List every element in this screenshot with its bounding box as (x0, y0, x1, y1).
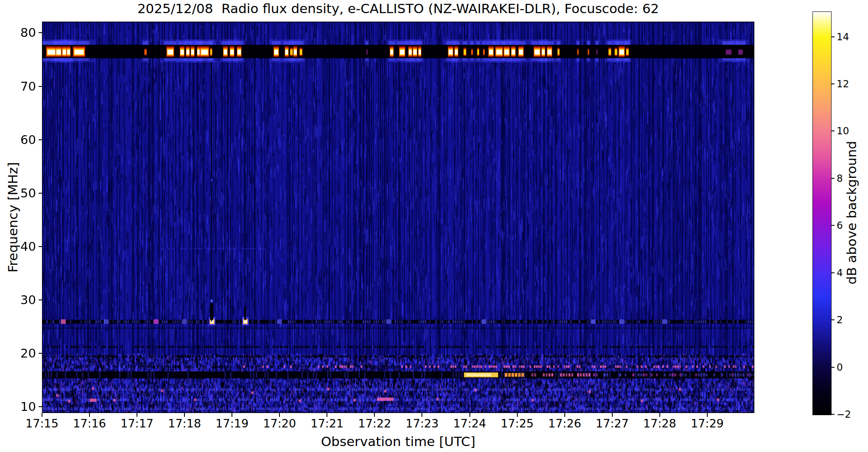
x-tick-mark (279, 413, 280, 417)
y-tick-mark (39, 32, 42, 33)
y-tick-label: 70 (6, 80, 36, 93)
colorbar-tick-label: 4 (837, 268, 862, 278)
x-tick-mark (421, 413, 422, 417)
y-tick-label: 30 (6, 294, 36, 306)
colorbar-tick-mark (832, 367, 835, 368)
colorbar-tick-label: 10 (837, 126, 862, 136)
colorbar-tick-label: 12 (837, 79, 862, 89)
y-tick-mark (39, 139, 42, 140)
x-axis-label: Observation time [UTC] (42, 434, 754, 449)
x-tick-mark (707, 413, 708, 417)
colorbar-tick-mark (832, 272, 835, 273)
colorbar-tick-mark (832, 178, 835, 179)
colorbar-tick-label: 8 (837, 173, 862, 183)
y-tick-label: 50 (6, 187, 36, 200)
y-tick-label: 40 (6, 240, 36, 253)
colorbar-tick-mark (832, 225, 835, 226)
x-tick-mark (137, 413, 137, 417)
y-tick-mark (39, 193, 42, 194)
y-tick-label: 60 (6, 133, 36, 146)
colorbar-tick-label: 6 (837, 220, 862, 230)
x-tick-label: 17:21 (304, 418, 350, 430)
y-tick-label: 10 (6, 400, 36, 413)
x-tick-label: 17:22 (351, 418, 398, 430)
x-tick-label: 17:20 (256, 418, 303, 430)
spectrogram-canvas (42, 22, 754, 413)
x-tick-label: 17:26 (541, 418, 588, 430)
x-tick-label: 17:17 (114, 418, 160, 430)
x-tick-mark (374, 413, 375, 417)
y-tick-label: 80 (6, 26, 36, 39)
colorbar-tick-label: 14 (837, 32, 862, 42)
colorbar-tick-mark (832, 83, 835, 84)
x-tick-label: 17:29 (684, 418, 731, 430)
x-tick-label: 17:27 (589, 418, 636, 430)
x-tick-label: 17:18 (161, 418, 208, 430)
colorbar-tick-mark (832, 36, 835, 37)
x-tick-mark (564, 413, 565, 417)
colorbar-label: dB above background (844, 141, 859, 284)
x-tick-label: 17:19 (209, 418, 255, 430)
x-tick-label: 17:28 (636, 418, 683, 430)
y-tick-mark (39, 406, 42, 407)
x-tick-mark (327, 413, 327, 417)
colorbar-tick-mark (832, 414, 835, 415)
y-tick-label: 20 (6, 347, 36, 360)
x-tick-mark (184, 413, 185, 417)
colorbar-tick-mark (832, 319, 835, 320)
chart-title: 2025/12/08 Radio flux density, e-CALLIST… (42, 1, 754, 16)
y-tick-mark (39, 299, 42, 300)
colorbar (812, 11, 832, 415)
y-tick-mark (39, 353, 42, 354)
x-tick-mark (42, 413, 42, 417)
x-tick-label: 17:25 (494, 418, 541, 430)
figure: 2025/12/08 Radio flux density, e-CALLIST… (0, 0, 868, 452)
colorbar-tick-label: 0 (837, 362, 862, 372)
x-tick-mark (612, 413, 613, 417)
x-tick-mark (232, 413, 232, 417)
x-tick-mark (469, 413, 470, 417)
colorbar-tick-mark (832, 130, 835, 131)
x-tick-label: 17:16 (66, 418, 113, 430)
y-axis-label: Frequency [MHz] (5, 162, 20, 273)
x-tick-label: 17:15 (19, 418, 65, 430)
y-tick-mark (39, 86, 42, 87)
x-tick-mark (517, 413, 518, 417)
colorbar-tick-label: −2 (837, 409, 862, 419)
x-tick-label: 17:23 (399, 418, 445, 430)
y-tick-mark (39, 246, 42, 247)
x-tick-label: 17:24 (447, 418, 493, 430)
x-tick-mark (89, 413, 90, 417)
x-tick-mark (659, 413, 660, 417)
colorbar-tick-label: 2 (837, 315, 862, 325)
